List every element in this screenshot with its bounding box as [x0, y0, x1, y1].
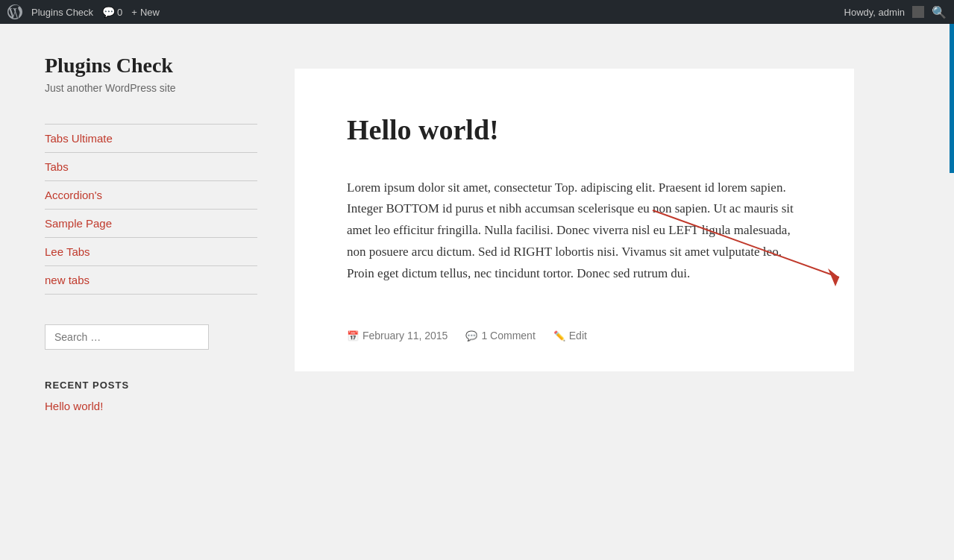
article-comments: 💬 1 Comment [465, 330, 535, 342]
nav-item-tabs-ultimate: Tabs Ultimate [45, 124, 257, 152]
nav-link-tabs-ultimate[interactable]: Tabs Ultimate [45, 125, 257, 152]
site-title: Plugins Check [45, 54, 257, 78]
main-content: Hello world! Lorem ipsum dolor sit amet,… [280, 24, 954, 560]
nav-menu: Tabs Ultimate Tabs Accordion's Sample Pa… [45, 124, 257, 295]
nav-item-lee-tabs: Lee Tabs [45, 237, 257, 265]
nav-item-tabs: Tabs [45, 152, 257, 180]
pencil-icon: ✏️ [553, 330, 565, 342]
comment-meta-icon: 💬 [465, 330, 477, 342]
admin-avatar [912, 6, 924, 18]
howdy-label: Howdy, admin [844, 7, 905, 18]
admin-bar-right: Howdy, admin 🔍 [844, 5, 947, 19]
comments-link[interactable]: 1 Comment [481, 330, 535, 342]
sidebar: Plugins Check Just another WordPress sit… [0, 24, 280, 560]
nav-link-lee-tabs[interactable]: Lee Tabs [45, 238, 257, 265]
article-edit: ✏️ Edit [553, 330, 587, 342]
search-icon[interactable]: 🔍 [932, 5, 947, 19]
edit-link[interactable]: Edit [569, 330, 587, 342]
nav-item-new-tabs: new tabs [45, 265, 257, 295]
search-widget [45, 324, 257, 350]
recent-posts-list: Hello world! [45, 400, 257, 413]
nav-link-accordions[interactable]: Accordion's [45, 181, 257, 209]
article-footer: 📅 February 11, 2015 💬 1 Comment ✏️ Edit [347, 315, 802, 342]
scrollbar-accent [950, 24, 954, 173]
calendar-icon: 📅 [347, 330, 359, 342]
nav-item-sample-page: Sample Page [45, 209, 257, 237]
article-date: 📅 February 11, 2015 [347, 330, 448, 342]
wp-logo-link[interactable] [7, 4, 22, 19]
comments-link[interactable]: 💬 0 [102, 6, 122, 18]
comment-icon: 💬 [102, 6, 115, 18]
recent-posts-widget: RECENT POSTS Hello world! [45, 380, 257, 413]
recent-post-hello-world[interactable]: Hello world! [45, 400, 103, 412]
nav-link-sample-page[interactable]: Sample Page [45, 210, 257, 237]
article-card: Hello world! Lorem ipsum dolor sit amet,… [295, 69, 854, 371]
primary-nav: Tabs Ultimate Tabs Accordion's Sample Pa… [45, 124, 257, 295]
site-name-link[interactable]: Plugins Check [31, 7, 93, 18]
search-input[interactable] [45, 324, 209, 350]
admin-bar: Plugins Check 💬 0 + New Howdy, admin 🔍 [0, 0, 954, 24]
nav-link-tabs[interactable]: Tabs [45, 153, 257, 180]
article-body: Lorem ipsum dolor sit amet, consectetur … [347, 177, 802, 285]
date-link[interactable]: February 11, 2015 [363, 330, 448, 342]
list-item: Hello world! [45, 400, 257, 413]
svg-marker-1 [828, 268, 839, 286]
article-title: Hello world! [347, 113, 802, 148]
nav-link-new-tabs[interactable]: new tabs [45, 266, 257, 294]
new-content-link[interactable]: + New [131, 7, 160, 18]
nav-item-accordions: Accordion's [45, 180, 257, 209]
page-wrapper: Plugins Check Just another WordPress sit… [0, 24, 954, 560]
recent-posts-title: RECENT POSTS [45, 380, 257, 391]
site-tagline: Just another WordPress site [45, 82, 257, 94]
